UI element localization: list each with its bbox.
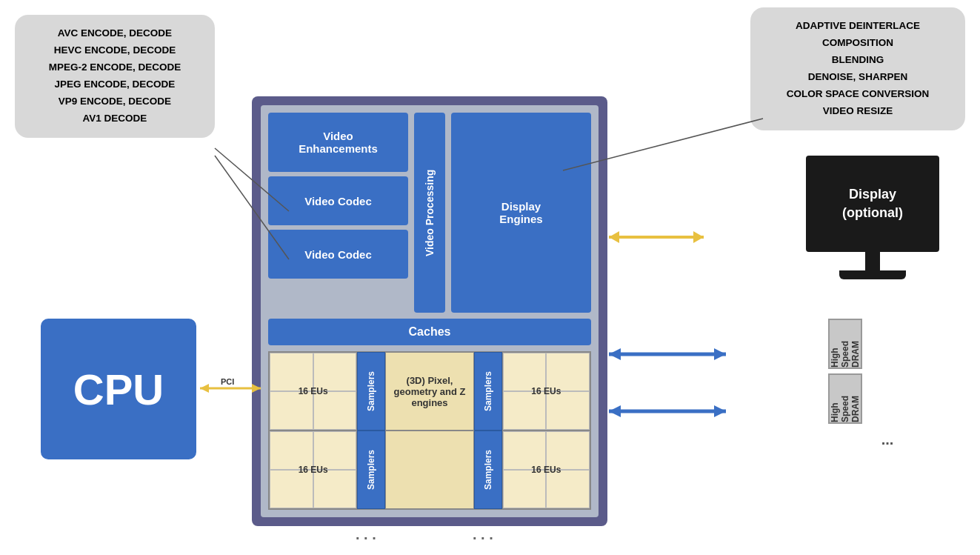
eu-box [313,391,357,430]
samplers-top-right: Samplers [474,352,502,431]
bubble-right-line5: COLOR SPACE CONVERSION [787,88,930,99]
monitor-base [839,270,906,279]
bubble-left-line5: VP9 ENCODE, DECODE [59,96,171,107]
bubble-left-line4: JPEG ENCODE, DECODE [55,79,176,90]
samplers-label-2: Samplers [483,371,493,411]
dram-dots-label: ... [881,431,894,448]
samplers-label-3: Samplers [366,450,376,490]
video-codec-1-label: Video Codec [304,195,372,207]
dram-dots: ... [828,428,947,451]
video-codec-2-label: Video Codec [304,248,372,261]
bubble-right-line2: COMPOSITION [822,37,893,48]
cpu-box: CPU [41,319,196,459]
monitor-neck [865,252,880,270]
eu-box [546,470,590,508]
svg-text:. . .: . . . [356,526,376,542]
samplers-label: Samplers [366,371,376,411]
bubble-left-line6: AV1 DECODE [83,113,147,124]
eu-bot-right: 16 EUs [502,431,590,509]
eu-box [503,391,547,430]
samplers-top-left: Samplers [357,352,385,431]
display-engines-label: DisplayEngines [499,200,542,225]
video-left: VideoEnhancements Video Codec Video Code… [268,113,408,313]
dram-label-1: High Speed DRAM [830,320,861,368]
eu-label-bot-left: 16 EUs [299,465,328,475]
eu-label-top-right: 16 EUs [531,386,561,396]
svg-text:PCI: PCI [221,377,234,386]
eu-box [270,470,313,508]
display-engines-block: DisplayEngines [451,113,591,313]
svg-marker-8 [609,231,619,243]
video-processing-block: Video Processing [414,113,445,313]
eu-box [503,470,547,508]
svg-marker-14 [609,405,621,417]
samplers-bot-right: Samplers [474,431,502,509]
display-label: Display(optional) [842,185,903,222]
chip-inner: VideoEnhancements Video Codec Video Code… [261,105,599,517]
main-chip: VideoEnhancements Video Codec Video Code… [252,96,607,526]
dram-label-2: High Speed DRAM [830,375,861,422]
bubble-right-line6: VIDEO RESIZE [823,105,893,116]
monitor-screen: Display(optional) [806,156,939,252]
svg-marker-12 [714,348,726,360]
eu-box [313,470,357,508]
center-engines-label: (3D) Pixel, geometry and Z engines [389,375,470,408]
video-processing-label: Video Processing [424,169,436,256]
cpu-label: CPU [73,365,164,414]
left-bubble: AVC ENCODE, DECODE HEVC ENCODE, DECODE M… [15,15,215,138]
dram-box-1: High Speed DRAM [828,319,862,369]
video-enhancements-label: VideoEnhancements [299,130,378,155]
center-top: (3D) Pixel, geometry and Z engines [385,352,473,431]
eu-label-top-left: 16 EUs [299,386,328,396]
right-bubble: ADAPTIVE DEINTERLACE COMPOSITION BLENDIN… [750,7,965,130]
video-enhancements-block: VideoEnhancements [268,113,408,172]
eu-top-left: 16 EUs [269,352,357,431]
bubble-left-line3: MPEG-2 ENCODE, DECODE [49,62,181,73]
video-codec-1-block: Video Codec [268,176,408,225]
dram-box-2: High Speed DRAM [828,373,862,424]
eu-box [546,391,590,430]
eu-top-right: 16 EUs [502,352,590,431]
samplers-label-4: Samplers [483,450,493,490]
video-section: VideoEnhancements Video Codec Video Code… [268,113,591,313]
video-codec-2-block: Video Codec [268,230,408,279]
svg-marker-4 [200,384,209,393]
eu-label-bot-right: 16 EUs [531,465,561,475]
eu-grid: 16 EUs Samplers (3D) Pixel, geometry and… [268,351,591,510]
caches-bar: Caches [268,319,591,345]
svg-marker-9 [693,231,704,243]
bubble-right-line1: ADAPTIVE DEINTERLACE [796,20,920,31]
svg-marker-15 [714,405,726,417]
bubble-left-line1: AVC ENCODE, DECODE [58,27,172,39]
bubble-right-line4: DENOISE, SHARPEN [808,71,907,82]
samplers-bot-left: Samplers [357,431,385,509]
bubble-right-line3: BLENDING [832,54,884,65]
center-bottom [385,431,473,509]
bubble-left-line2: HEVC ENCODE, DECODE [54,44,176,56]
eu-box [270,391,313,430]
chip-outer: VideoEnhancements Video Codec Video Code… [252,96,607,526]
svg-marker-11 [609,348,621,360]
dram-container: High Speed DRAM High Speed DRAM ... [828,319,947,451]
monitor-container: Display(optional) [799,156,947,279]
caches-label: Caches [409,325,451,339]
eu-bot-left: 16 EUs [269,431,357,509]
svg-text:. . .: . . . [473,526,493,542]
